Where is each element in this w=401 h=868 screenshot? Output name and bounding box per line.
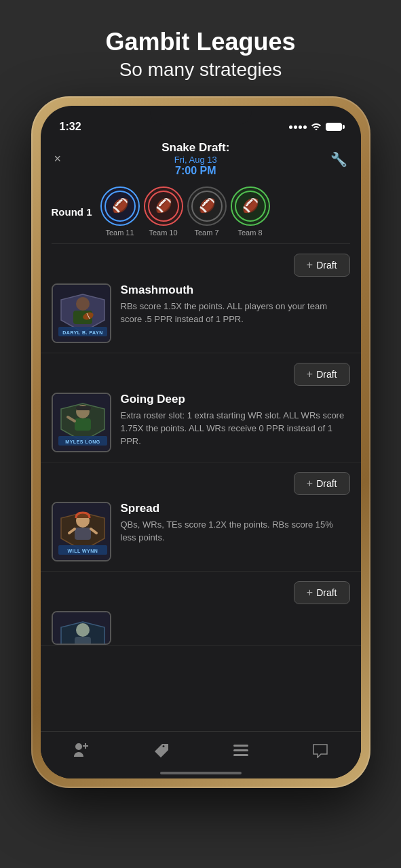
strategy-name-going-deep: Going Deep [121, 393, 350, 406]
strategy-desc-smashmouth: RBs score 1.5X the points. ALL players o… [121, 300, 350, 326]
strategy-desc-spread: QBs, WRs, TEs score 1.2X the points. RBs… [121, 519, 350, 545]
team-avatar-7: 🏈 [187, 186, 227, 226]
phone-frame: 1:32 × [31, 96, 370, 788]
round-label: Round 1 [52, 206, 95, 218]
svg-text:WILL WYNN: WILL WYNN [67, 549, 98, 553]
strategy-avatar-4 [52, 611, 111, 645]
strategy-avatar-smashmouth: DARYL B. PAYN [52, 283, 111, 343]
svg-rect-23 [76, 406, 91, 410]
strategy-name-spread: Spread [121, 502, 350, 515]
svg-text:🏈: 🏈 [155, 197, 172, 214]
svg-rect-41 [233, 749, 248, 751]
strategy-body-4 [52, 611, 350, 645]
draft-button-4[interactable]: + Draft [294, 581, 350, 604]
settings-icon[interactable]: 🔧 [330, 151, 347, 167]
strategy-avatar-spread: WILL WYNN [52, 502, 111, 561]
strategy-card-spread: + Draft [41, 462, 361, 572]
strategy-info-spread: Spread QBs, WRs, TEs score 1.2X the poin… [121, 502, 350, 545]
scroll-content: + Draft [41, 244, 361, 778]
nav-list[interactable] [233, 745, 248, 757]
team-item-2[interactable]: 🏈 Team 7 [187, 186, 227, 237]
draft-button-spread[interactable]: + Draft [294, 472, 350, 495]
svg-rect-39 [75, 637, 91, 645]
strategy-body-spread: WILL WYNN Spread QBs, WRs, TEs score 1.2… [52, 502, 350, 561]
home-indicator [160, 772, 242, 774]
svg-rect-40 [233, 745, 248, 747]
nav-tag[interactable] [154, 743, 169, 758]
strategy-name-smashmouth: Smashmouth [121, 283, 350, 297]
nav-add-person[interactable] [73, 743, 90, 758]
strategy-info-going-deep: Going Deep Extra roster slot: 1 extra st… [121, 393, 350, 448]
svg-point-14 [76, 297, 90, 311]
status-icons [289, 115, 342, 132]
team-name-8: Team 8 [237, 229, 262, 237]
draft-time: 7:00 PM [161, 165, 229, 177]
status-time: 1:32 [60, 114, 81, 133]
plus-icon-4: + [307, 587, 313, 599]
svg-text:🏈: 🏈 [198, 197, 215, 214]
bottom-nav [41, 731, 361, 778]
team-name-11: Team 11 [105, 229, 134, 237]
top-bar: × Snake Draft: Fri, Aug 13 7:00 PM 🔧 [41, 136, 361, 182]
team-item-0[interactable]: 🏈 Team 11 [100, 186, 140, 237]
team-avatar-11: 🏈 [100, 186, 140, 226]
plus-icon-3: + [307, 477, 313, 490]
draft-date: Fri, Aug 13 [161, 155, 229, 165]
round-row: Round 1 🏈 Team 11 [41, 182, 361, 243]
draft-title-block: Snake Draft: Fri, Aug 13 7:00 PM [161, 141, 229, 177]
draft-button-going-deep[interactable]: + Draft [294, 363, 350, 386]
team-name-10: Team 10 [149, 229, 177, 237]
plus-icon: + [307, 259, 313, 271]
svg-rect-24 [75, 418, 91, 431]
page-header: Gambit Leagues So many strategies [92, 0, 309, 96]
svg-point-38 [76, 623, 90, 637]
svg-text:DARYL B. PAYN: DARYL B. PAYN [62, 330, 102, 335]
strategy-avatar-going-deep: MYLES LONG [52, 393, 111, 452]
svg-text:MYLES LONG: MYLES LONG [65, 439, 100, 444]
close-button[interactable]: × [54, 152, 62, 166]
app-content: × Snake Draft: Fri, Aug 13 7:00 PM 🔧 Rou… [41, 136, 361, 778]
phone-notch [150, 106, 252, 125]
nav-chat[interactable] [312, 743, 328, 758]
strategy-card-going-deep: + Draft [41, 353, 361, 462]
signal-icon [289, 125, 307, 129]
battery-icon [326, 123, 342, 131]
strategy-info-smashmouth: Smashmouth RBs score 1.5X the points. AL… [121, 283, 350, 326]
svg-rect-42 [233, 754, 248, 756]
team-item-3[interactable]: 🏈 Team 8 [231, 186, 270, 237]
svg-text:🏈: 🏈 [242, 197, 259, 214]
draft-title: Snake Draft: [161, 141, 229, 155]
team-avatars: 🏈 Team 11 🏈 [100, 186, 350, 237]
strategy-card-4: + Draft [41, 572, 361, 646]
strategy-body-smashmouth: DARYL B. PAYN Smashmouth RBs score 1.5X … [52, 283, 350, 343]
page-subtitle: So many strategies [105, 56, 295, 83]
draft-button-smashmouth[interactable]: + Draft [294, 254, 350, 277]
phone-screen: 1:32 × [41, 106, 361, 778]
strategy-desc-going-deep: Extra roster slot: 1 extra starting WR s… [121, 410, 350, 448]
team-name-7: Team 7 [194, 229, 218, 237]
page-title: Gambit Leagues [105, 27, 295, 56]
team-avatar-8: 🏈 [231, 186, 270, 226]
svg-text:🏈: 🏈 [111, 197, 128, 214]
strategy-card-smashmouth: + Draft [41, 244, 361, 353]
wifi-icon [311, 122, 322, 132]
team-item-1[interactable]: 🏈 Team 10 [144, 186, 183, 237]
svg-rect-31 [75, 528, 91, 540]
strategy-body-going-deep: MYLES LONG Going Deep Extra roster slot:… [52, 393, 350, 452]
team-avatar-10: 🏈 [144, 186, 183, 226]
plus-icon-2: + [307, 368, 313, 380]
